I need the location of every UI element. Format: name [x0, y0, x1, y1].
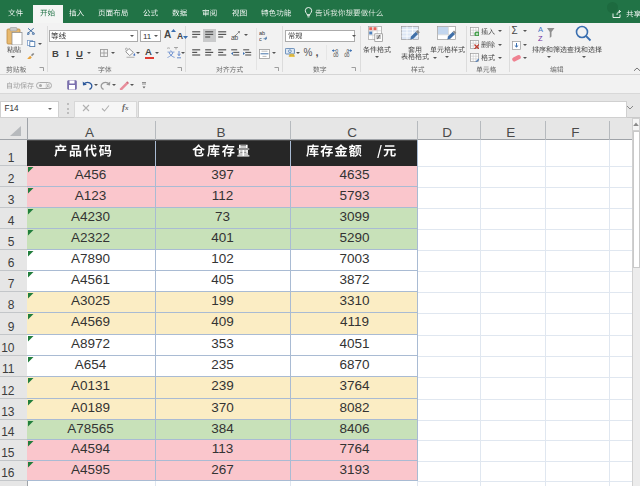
svg-text:00: 00: [344, 52, 350, 56]
svg-text:00: 00: [333, 52, 339, 56]
svg-text:c: c: [259, 36, 262, 42]
svg-text:A: A: [538, 25, 543, 34]
svg-text:ab: ab: [231, 34, 239, 41]
svg-text:Z: Z: [538, 34, 543, 42]
